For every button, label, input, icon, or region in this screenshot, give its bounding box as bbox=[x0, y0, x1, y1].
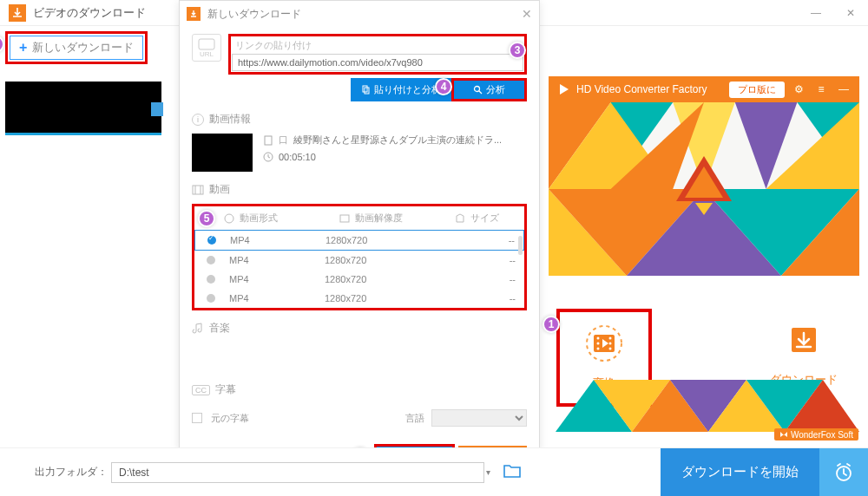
film-icon bbox=[192, 184, 204, 196]
radio-icon bbox=[207, 256, 215, 264]
video-title: 綾野剛さんと星野源さんダブル主演の連続ドラ... bbox=[293, 134, 502, 147]
radio-selected-icon bbox=[207, 236, 216, 245]
language-select[interactable] bbox=[431, 409, 527, 427]
footer-art bbox=[556, 380, 859, 432]
svg-rect-42 bbox=[193, 186, 203, 194]
footer-bar: 出力フォルダ： ▾ ダウンロードを開始 bbox=[0, 447, 868, 496]
audio-section: 音楽 bbox=[192, 321, 527, 336]
size-icon bbox=[455, 213, 465, 224]
clock-icon bbox=[263, 152, 273, 162]
app-header-title: HD Video Converter Factory bbox=[576, 83, 707, 95]
url-input[interactable] bbox=[232, 54, 523, 71]
svg-rect-35 bbox=[199, 39, 214, 49]
dialog-logo-icon bbox=[187, 7, 201, 21]
svg-marker-16 bbox=[695, 203, 713, 215]
browse-folder-button[interactable] bbox=[503, 463, 522, 481]
new-download-highlight: 2 + 新しいダウンロード bbox=[5, 31, 148, 64]
step-bubble-2: 2 bbox=[0, 36, 4, 53]
settings-icon[interactable]: ⚙ bbox=[790, 83, 807, 95]
plus-icon: + bbox=[19, 41, 27, 55]
svg-point-22 bbox=[609, 337, 612, 340]
download-icon bbox=[785, 321, 823, 359]
wonderfox-badge: WonderFox Soft bbox=[774, 428, 858, 441]
music-icon bbox=[192, 323, 204, 335]
output-dropdown-icon[interactable]: ▾ bbox=[486, 467, 490, 477]
step-bubble-5: 5 bbox=[198, 210, 215, 227]
queued-video-thumb[interactable] bbox=[5, 82, 161, 134]
dialog-title: 新しいダウンロード bbox=[207, 7, 301, 22]
video-duration: 00:05:10 bbox=[279, 152, 316, 162]
url-label: リンクの貼り付け bbox=[232, 37, 523, 54]
dialog-titlebar: 新しいダウンロード ✕ bbox=[180, 1, 539, 27]
step-bubble-4: 4 bbox=[435, 78, 452, 95]
video-info-section: i 動画情報 bbox=[192, 112, 527, 127]
url-icon: URL bbox=[192, 34, 221, 62]
svg-rect-40 bbox=[265, 136, 272, 145]
orig-subs-checkbox[interactable] bbox=[192, 413, 202, 423]
format-header: 動画形式 動画解像度 サイズ bbox=[194, 206, 524, 230]
orig-subs-label: 元の字幕 bbox=[211, 412, 249, 425]
svg-point-38 bbox=[475, 87, 480, 92]
convert-icon bbox=[585, 324, 623, 362]
svg-point-24 bbox=[609, 348, 612, 350]
fox-icon bbox=[779, 430, 788, 439]
alarm-clock-icon bbox=[833, 462, 854, 483]
app-header: HD Video Converter Factory プロ版に ⚙ ≡ — bbox=[549, 76, 859, 102]
hero-banner bbox=[549, 102, 859, 276]
cc-icon: CC bbox=[192, 385, 210, 395]
app-header-logo-icon bbox=[556, 82, 571, 97]
svg-point-45 bbox=[225, 214, 233, 223]
schedule-button[interactable] bbox=[819, 448, 868, 497]
svg-marker-0 bbox=[560, 84, 569, 95]
menu-icon[interactable]: ≡ bbox=[812, 83, 830, 95]
hero-play-logo-icon bbox=[669, 151, 739, 220]
analyze-button[interactable]: 分析 bbox=[454, 81, 524, 99]
svg-line-39 bbox=[479, 91, 482, 94]
info-icon: i bbox=[192, 114, 204, 126]
new-download-label: 新しいダウンロード bbox=[32, 40, 134, 55]
left-pane: 2 + 新しいダウンロード bbox=[0, 26, 174, 461]
new-download-dialog: 新しいダウンロード ✕ URL 3 リンクの貼り付け 貼り付けと分析 4 bbox=[179, 0, 540, 451]
format-row[interactable]: MP4 1280x720 -- bbox=[194, 289, 524, 308]
step-bubble-1: 1 bbox=[542, 316, 560, 333]
thumb-tag-icon bbox=[151, 102, 163, 116]
step-bubble-3: 3 bbox=[509, 42, 526, 59]
language-label: 言語 bbox=[405, 412, 424, 425]
document-icon bbox=[263, 135, 273, 146]
format-row[interactable]: MP4 1280x720 -- bbox=[194, 230, 524, 251]
search-icon bbox=[473, 85, 483, 95]
output-folder-label: 出力フォルダ： bbox=[35, 465, 108, 480]
svg-point-20 bbox=[597, 343, 600, 345]
video-thumbnail bbox=[192, 134, 253, 172]
paste-icon bbox=[361, 85, 371, 95]
format-row[interactable]: MP4 1280x720 -- bbox=[194, 270, 524, 289]
format-list-highlight: 5 動画形式 動画解像度 サイズ MP4 1280x720 -- MP4 128… bbox=[192, 204, 527, 310]
start-download-button[interactable]: ダウンロードを開始 bbox=[661, 448, 819, 497]
new-download-button[interactable]: + 新しいダウンロード bbox=[10, 36, 143, 60]
svg-point-21 bbox=[597, 348, 600, 350]
app-minimize-icon[interactable]: — bbox=[835, 83, 852, 95]
resolution-icon bbox=[339, 213, 350, 224]
svg-marker-34 bbox=[780, 432, 787, 437]
scrollbar-thumb[interactable] bbox=[518, 236, 523, 255]
format-icon bbox=[224, 213, 234, 224]
pro-version-button[interactable]: プロ版に bbox=[729, 82, 785, 98]
video-section: 動画 bbox=[192, 182, 527, 197]
svg-point-23 bbox=[609, 343, 612, 345]
url-input-highlight: 3 リンクの貼り付け bbox=[228, 34, 527, 75]
radio-icon bbox=[207, 275, 215, 284]
svg-rect-46 bbox=[340, 215, 349, 222]
radio-icon bbox=[207, 294, 215, 303]
close-button[interactable]: ✕ bbox=[833, 0, 868, 26]
minimize-button[interactable]: — bbox=[799, 0, 833, 26]
format-row[interactable]: MP4 1280x720 -- bbox=[194, 251, 524, 270]
app-logo-icon bbox=[9, 4, 26, 22]
subtitle-section: CC 字幕 bbox=[192, 382, 527, 397]
analyze-button-highlight: 4 分析 bbox=[451, 78, 527, 101]
svg-point-19 bbox=[597, 337, 600, 340]
dialog-close-button[interactable]: ✕ bbox=[522, 7, 532, 21]
output-folder-input[interactable] bbox=[111, 462, 484, 483]
